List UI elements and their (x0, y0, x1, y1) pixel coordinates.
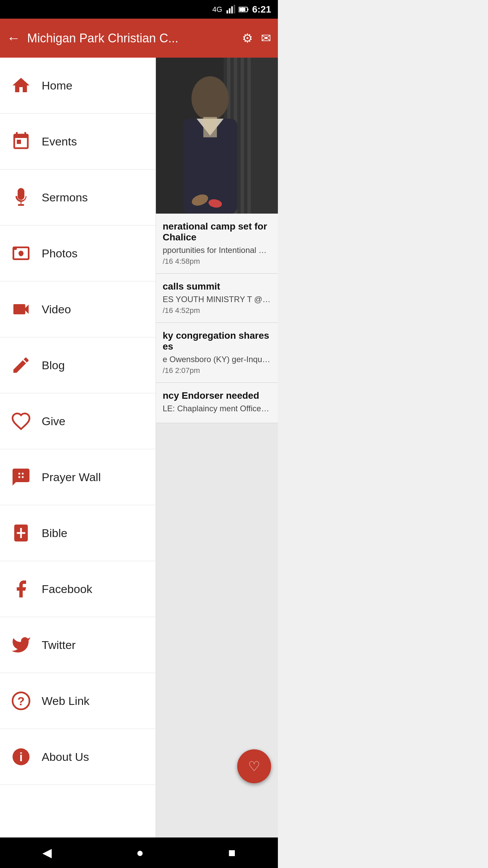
sidebar-item-facebook[interactable]: Facebook (0, 561, 156, 617)
back-button[interactable]: ← (7, 31, 20, 46)
fab-button[interactable]: ♡ (237, 749, 271, 783)
sidebar-item-aboutus[interactable]: i About Us (0, 729, 156, 785)
sidebar-item-prayerwall-label: Prayer Wall (42, 471, 101, 484)
svg-rect-23 (247, 58, 251, 214)
status-icons: 4G 6:21 (212, 4, 271, 15)
news-item-0[interactable]: nerational camp set for Chalice pportuni… (156, 214, 278, 274)
news-excerpt-0: pportunities for Intentional g (S*O*I*L)… (163, 245, 271, 255)
mail-icon[interactable]: ✉ (261, 31, 271, 45)
sidebar-item-events[interactable]: Events (0, 114, 156, 170)
news-list: nerational camp set for Chalice pportuni… (156, 214, 278, 423)
news-title-3: ncy Endorser needed (163, 390, 271, 401)
news-excerpt-1: ES YOUTH MINISTRY T @ DYMN RETREAT -7, 2… (163, 295, 271, 304)
sidebar-item-bible-label: Bible (42, 527, 67, 540)
sermons-icon (8, 187, 34, 208)
sidebar-item-give-label: Give (42, 415, 65, 428)
status-bar: 4G 6:21 (0, 0, 278, 19)
sidebar-item-facebook-label: Facebook (42, 583, 92, 596)
twitter-icon (8, 635, 34, 655)
sidebar-item-sermons[interactable]: Sermons (0, 170, 156, 225)
sidebar-item-aboutus-label: About Us (42, 750, 89, 764)
app-title: Michigan Park Christian C... (27, 31, 235, 45)
sidebar-item-sermons-label: Sermons (42, 191, 88, 204)
sidebar-item-home[interactable]: Home (0, 58, 156, 114)
status-time: 6:21 (252, 4, 271, 15)
news-title-0: nerational camp set for Chalice (163, 221, 271, 243)
signal-icon: 4G (212, 5, 222, 14)
svg-text:?: ? (17, 694, 24, 708)
sidebar-item-give[interactable]: Give (0, 393, 156, 449)
sidebar-item-blog-label: Blog (42, 359, 65, 372)
sidebar-item-events-label: Events (42, 135, 77, 148)
sidebar-item-video-label: Video (42, 303, 71, 316)
sidebar-item-weblink[interactable]: ? Web Link (0, 673, 156, 729)
news-title-1: calls summit (163, 281, 271, 292)
nav-back-button[interactable]: ◀ (42, 846, 52, 860)
person-photo (156, 58, 278, 214)
video-icon (8, 299, 34, 319)
sidebar-item-twitter[interactable]: Twitter (0, 617, 156, 673)
news-item-2[interactable]: ky congregation shares es e Owensboro (K… (156, 323, 278, 383)
sidebar-item-bible[interactable]: Bible (0, 505, 156, 561)
sidebar-item-video[interactable]: Video (0, 281, 156, 337)
header: ← Michigan Park Christian C... ⚙ ✉ (0, 19, 278, 58)
signal-bars-icon (226, 5, 235, 14)
svg-text:i: i (19, 750, 23, 764)
svg-point-24 (191, 76, 229, 120)
news-time-2: /16 2:07pm (163, 366, 271, 375)
svg-text:✝: ✝ (18, 473, 24, 480)
blog-icon (8, 355, 34, 375)
news-item-1[interactable]: calls summit ES YOUTH MINISTRY T @ DYMN … (156, 274, 278, 323)
weblink-icon: ? (8, 691, 34, 711)
news-time-0: /16 4:58pm (163, 257, 271, 266)
nav-home-button[interactable]: ● (136, 846, 144, 860)
news-time-1: /16 4:52pm (163, 306, 271, 315)
svg-point-8 (19, 252, 23, 256)
sidebar-item-twitter-label: Twitter (42, 638, 76, 652)
svg-rect-27 (203, 117, 217, 137)
svg-rect-3 (233, 5, 235, 14)
home-icon (8, 75, 34, 96)
photos-icon (8, 243, 34, 263)
sidebar-item-blog[interactable]: Blog (0, 337, 156, 393)
content-area: nerational camp set for Chalice pportuni… (156, 58, 278, 837)
facebook-icon (8, 579, 34, 599)
svg-rect-9 (13, 248, 17, 250)
sidebar-item-photos-label: Photos (42, 247, 78, 260)
prayerwall-icon: ✝ (8, 467, 34, 487)
sidebar-item-weblink-label: Web Link (42, 694, 89, 708)
svg-rect-2 (231, 6, 233, 13)
sidebar-item-home-label: Home (42, 79, 73, 92)
news-title-2: ky congregation shares es (163, 330, 271, 352)
hero-image (156, 58, 278, 214)
news-excerpt-3: LE: Chaplaincy ment Officer SU... plainc… (163, 404, 271, 413)
sidebar-item-photos[interactable]: Photos (0, 225, 156, 281)
news-excerpt-2: e Owensboro (KY) ger-Inquirer Nov. 15, 2… (163, 355, 271, 364)
main-content: Home Events Sermons (0, 58, 278, 837)
header-actions: ⚙ ✉ (242, 31, 271, 45)
nav-recents-button[interactable]: ■ (228, 846, 236, 860)
news-item-3[interactable]: ncy Endorser needed LE: Chaplaincy ment … (156, 383, 278, 423)
bible-icon (8, 523, 34, 543)
nav-bar: ◀ ● ■ (0, 837, 278, 868)
fab-heart-icon: ♡ (248, 758, 260, 774)
give-icon (8, 411, 34, 431)
sidebar-item-prayerwall[interactable]: ✝ Prayer Wall (0, 449, 156, 505)
sidebar: Home Events Sermons (0, 58, 156, 837)
battery-icon (239, 6, 249, 13)
svg-rect-0 (226, 10, 228, 13)
svg-rect-1 (229, 8, 230, 13)
aboutus-icon: i (8, 747, 34, 767)
svg-rect-22 (241, 58, 244, 214)
events-icon (8, 131, 34, 152)
settings-icon[interactable]: ⚙ (242, 31, 253, 45)
svg-rect-6 (247, 8, 248, 11)
